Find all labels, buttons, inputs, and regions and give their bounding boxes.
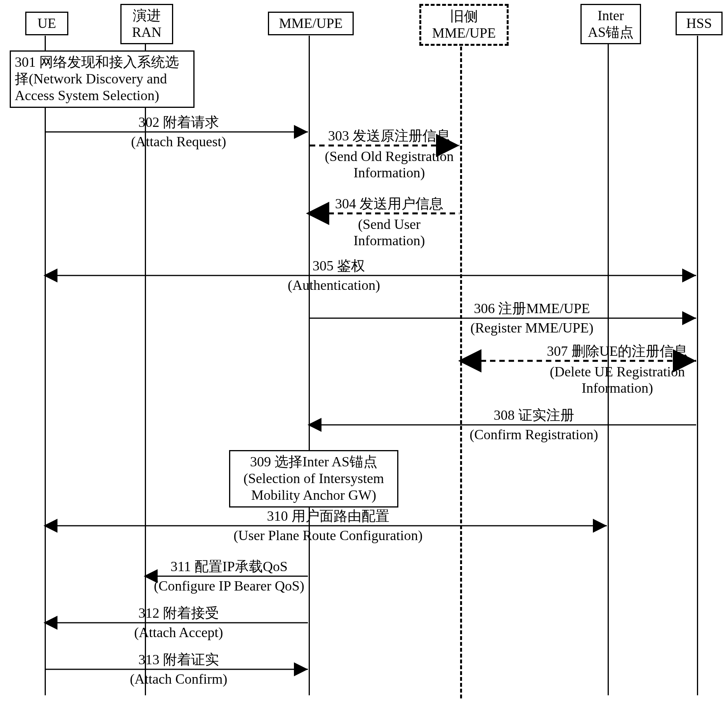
s309-l1: 309 选择Inter AS锚点 — [250, 454, 377, 469]
s301-l1: 301 网络发现和接入系统选 — [15, 54, 179, 70]
label-306a: 306 注册MME/UPE — [450, 301, 613, 317]
s307-l2: (Delete UE Registration — [550, 364, 685, 379]
label-311a: 311 配置IP承载QoS — [148, 559, 311, 575]
label-312b: (Attach Accept) — [116, 625, 241, 641]
label-304b: (Send User — [313, 217, 466, 232]
s309-l2: (Selection of Intersystem — [243, 471, 384, 486]
label-303a: 303 发送原注册信息 — [313, 128, 466, 144]
s306-l1: 306 注册MME/UPE — [474, 301, 590, 316]
label-302: 302 附着请求 — [120, 114, 237, 130]
s301-l2: 择(Network Discovery and — [15, 71, 167, 87]
s313-l1: 313 附着证实 — [139, 652, 219, 667]
s303-l3: Information) — [354, 165, 425, 180]
s310-l2: (User Plane Route Configuration) — [234, 528, 423, 543]
s310-l1: 310 用户面路由配置 — [267, 508, 389, 524]
s303-l1: 303 发送原注册信息 — [328, 128, 450, 144]
label-305b: (Authentication) — [276, 277, 392, 293]
label-307c: Information) — [520, 380, 714, 396]
s302-l1: 302 附着请求 — [139, 114, 219, 130]
note-301: 301 网络发现和接入系统选 择(Network Discovery and A… — [10, 50, 195, 108]
s312-l1: 312 附着接受 — [139, 605, 219, 621]
s308-l1: 308 证实注册 — [494, 407, 574, 423]
label-311b: (Configure IP Bearer QoS) — [148, 578, 311, 594]
note-309: 309 选择Inter AS锚点 (Selection of Intersyst… — [229, 450, 398, 508]
s304-l1: 304 发送用户信息 — [335, 196, 443, 211]
label-312a: 312 附着接受 — [116, 605, 241, 621]
s308-l2: (Confirm Registration) — [470, 427, 598, 442]
label-308a: 308 证实注册 — [447, 407, 621, 423]
label-307a: 307 删除UE的注册信息 — [520, 343, 714, 359]
label-304a: 304 发送用户信息 — [313, 196, 466, 212]
s305-l1: 305 鉴权 — [313, 258, 365, 274]
label-303c: Information) — [313, 165, 466, 181]
s302-l2: (Attach Request) — [131, 134, 226, 149]
s301-l3: Access System Selection) — [15, 88, 159, 103]
label-303b: (Send Old Registration — [313, 149, 466, 165]
label-307b: (Delete UE Registration — [520, 364, 714, 380]
label-310a: 310 用户面路由配置 — [221, 508, 435, 524]
s303-l2: (Send Old Registration — [325, 149, 454, 164]
s312-l2: (Attach Accept) — [134, 625, 223, 640]
label-305a: 305 鉴权 — [313, 258, 429, 274]
sequence-diagram: UE 演进 RAN MME/UPE 旧侧 MME/UPE Inter AS锚点 … — [4, 4, 724, 701]
label-306b: (Register MME/UPE) — [450, 320, 613, 336]
s311-l2: (Configure IP Bearer QoS) — [154, 578, 304, 594]
label-313b: (Attach Confirm) — [116, 671, 241, 687]
s311-l1: 311 配置IP承载QoS — [170, 559, 288, 574]
s307-l1: 307 删除UE的注册信息 — [547, 343, 688, 359]
s313-l2: (Attach Confirm) — [130, 671, 228, 687]
s304-l2: (Send User — [358, 217, 420, 232]
label-304c: Information) — [313, 233, 466, 249]
label-302b: (Attach Request) — [120, 134, 237, 150]
s304-l3: Information) — [354, 233, 425, 248]
label-310b: (User Plane Route Configuration) — [221, 528, 435, 544]
label-313a: 313 附着证实 — [116, 652, 241, 668]
s309-l3: Mobility Anchor GW) — [251, 487, 376, 503]
label-308b: (Confirm Registration) — [447, 427, 621, 443]
s306-l2: (Register MME/UPE) — [471, 320, 594, 336]
s305-l2: (Authentication) — [288, 277, 380, 293]
s307-l3: Information) — [582, 380, 653, 396]
